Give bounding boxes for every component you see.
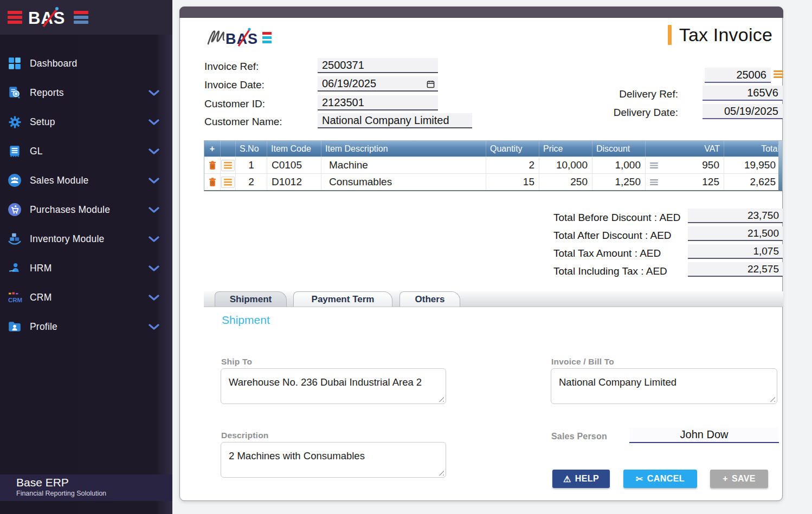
customer-name-input[interactable]	[318, 113, 472, 128]
description-textarea[interactable]	[221, 442, 446, 478]
sidebar-item-label: Setup	[30, 116, 147, 128]
cell-discount[interactable]: 1,000	[592, 157, 646, 173]
invoice-date-input[interactable]	[318, 76, 438, 92]
base-signature-logo-icon: BAS	[204, 23, 280, 51]
cell-price[interactable]: 250	[539, 174, 592, 190]
total-before-discount-value[interactable]	[688, 209, 783, 223]
base-logo-icon: BAS	[4, 5, 111, 30]
delivery-ref-label: Delivery Ref:	[598, 87, 678, 102]
sidebar-item-setup[interactable]: Setup	[0, 107, 172, 136]
col-header-vat: VAT	[646, 141, 724, 157]
chevron-down-icon[interactable]	[147, 119, 159, 125]
total-including-tax-value[interactable]	[688, 262, 783, 277]
delete-row-icon[interactable]	[204, 157, 221, 173]
cell-discount[interactable]: 1,250	[592, 174, 646, 190]
cell-vat[interactable]: 125	[646, 174, 724, 190]
bill-to-textarea[interactable]	[551, 368, 777, 404]
sidebar-item-label: Dashboard	[30, 58, 147, 69]
vat-menu-icon[interactable]	[650, 174, 658, 190]
delivery-date-label: Delivery Date:	[598, 105, 678, 120]
cell-sno[interactable]: 1	[236, 157, 267, 173]
sales-person-label: Sales Person	[551, 432, 607, 441]
invoice-ref-input[interactable]	[318, 58, 438, 73]
chevron-down-icon[interactable]	[147, 90, 159, 96]
drag-handle-icon[interactable]	[221, 174, 236, 190]
tab-shipment[interactable]: Shipment	[215, 291, 287, 307]
sidebar-item-label: Inventory Module	[30, 233, 147, 245]
page-title-text: Tax Invoice	[679, 24, 772, 45]
total-including-tax-label: Total Including Tax : AED	[553, 264, 689, 278]
sidebar-item-gl[interactable]: GL	[0, 136, 172, 166]
cell-item-description[interactable]: Consumables	[321, 174, 486, 190]
bill-to-field	[551, 368, 777, 404]
chevron-down-icon[interactable]	[147, 148, 159, 154]
cell-item-code[interactable]: C0105	[267, 157, 321, 173]
title-accent-bar	[668, 25, 672, 45]
sidebar-item-reports[interactable]: Reports	[0, 78, 172, 107]
sidebar-item-label: Sales Module	[30, 175, 147, 186]
customer-id-input[interactable]	[318, 95, 438, 110]
app-tagline: Financial Reporting Sololution	[16, 490, 172, 497]
chevron-down-icon[interactable]	[147, 178, 159, 184]
cell-vat[interactable]: 950	[646, 157, 724, 173]
chevron-down-icon[interactable]	[147, 295, 159, 301]
delete-row-icon[interactable]	[204, 174, 221, 190]
cart-icon	[7, 203, 23, 217]
ship-to-label: Ship To	[221, 357, 252, 367]
sidebar-item-profile[interactable]: Profile	[0, 312, 172, 341]
col-header-sno: S.No	[236, 141, 267, 157]
chevron-down-icon[interactable]	[147, 324, 159, 330]
order-number-input[interactable]	[705, 68, 771, 83]
total-after-discount-value[interactable]	[688, 226, 783, 241]
cell-quantity[interactable]: 2	[486, 157, 539, 173]
svg-text:BAS: BAS	[28, 9, 65, 28]
drag-handle-icon[interactable]	[221, 157, 236, 173]
chevron-down-icon[interactable]	[147, 265, 159, 271]
tab-others[interactable]: Others	[399, 291, 460, 307]
lookup-menu-icon[interactable]	[774, 70, 783, 80]
sidebar-item-inventory-module[interactable]: Inventory Module	[0, 224, 172, 253]
sidebar-item-label: Purchases Module	[30, 204, 147, 216]
chevron-down-icon[interactable]	[147, 236, 159, 242]
sidebar-item-crm[interactable]: CRM CRM	[0, 283, 172, 312]
save-button[interactable]: + SAVE	[710, 470, 768, 488]
cancel-button[interactable]: ✂ CANCEL	[623, 470, 697, 488]
delivery-ref-input[interactable]	[703, 86, 783, 101]
cell-item-description[interactable]: Machine	[321, 157, 486, 173]
total-tax-amount-value[interactable]	[688, 244, 783, 259]
sidebar-footer: Base ERP Financial Reporting Sololution	[0, 474, 172, 501]
profile-folder-icon	[7, 320, 23, 334]
sidebar-item-dashboard[interactable]: Dashboard	[0, 49, 172, 78]
ledger-icon	[7, 144, 23, 159]
description-field	[221, 442, 446, 478]
warning-icon: ⚠	[563, 474, 571, 484]
cell-item-code[interactable]: D1012	[267, 174, 321, 190]
col-header-quantity: Quantity	[486, 141, 539, 157]
table-row: 1 C0105 Machine 2 10,000 1,000 950 19,95…	[204, 157, 782, 173]
brand-logo: BAS	[204, 23, 280, 51]
description-label: Description	[221, 431, 268, 440]
tab-bar: Shipment Payment Term Others	[204, 291, 783, 307]
cell-sno[interactable]: 2	[236, 174, 267, 190]
vat-menu-icon[interactable]	[650, 157, 658, 173]
invoice-items-table: + S.No Item Code Item Description Quanti…	[204, 140, 783, 191]
help-button[interactable]: ⚠ HELP	[552, 470, 610, 488]
chevron-down-icon[interactable]	[147, 207, 159, 213]
sidebar-item-label: Profile	[30, 321, 147, 333]
tab-payment-term[interactable]: Payment Term	[293, 291, 392, 307]
sales-person-input[interactable]	[629, 427, 779, 443]
sidebar-item-sales-module[interactable]: Sales Module	[0, 166, 172, 195]
delivery-date-input[interactable]	[703, 104, 783, 119]
cell-quantity[interactable]: 15	[486, 174, 539, 190]
cell-total: 2,625	[724, 174, 783, 190]
sidebar-item-label: HRM	[30, 263, 147, 274]
dashboard-icon	[7, 56, 23, 71]
table-scrollbar[interactable]	[778, 141, 782, 190]
table-row: 2 D1012 Consumables 15 250 1,250 125 2,6…	[204, 173, 782, 190]
cell-price[interactable]: 10,000	[539, 157, 592, 173]
sidebar-item-hrm[interactable]: HRM	[0, 253, 172, 283]
add-row-button[interactable]: +	[204, 141, 221, 157]
sidebar-item-purchases-module[interactable]: Purchases Module	[0, 195, 172, 224]
total-before-discount-label: Total Before Discount : AED	[553, 210, 689, 225]
ship-to-textarea[interactable]	[221, 368, 446, 404]
